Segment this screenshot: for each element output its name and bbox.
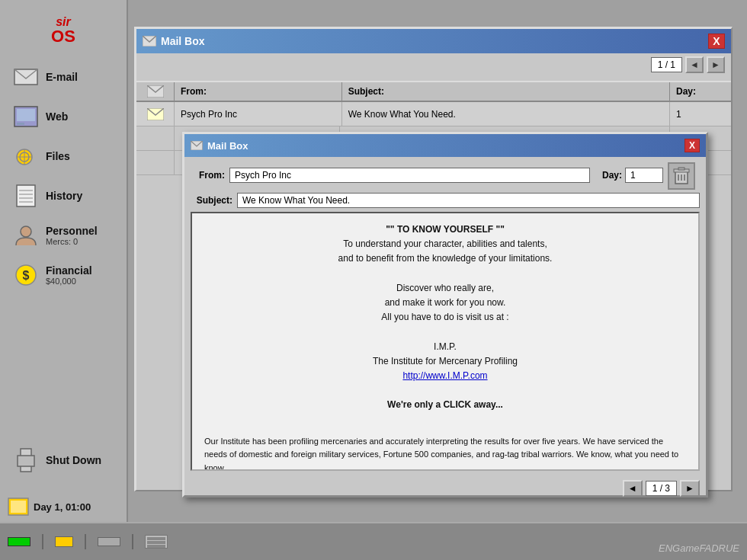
sidebar-item-label: Files	[46, 150, 70, 162]
sidebar-item-label: E-mail	[46, 71, 78, 83]
from-label: From:	[191, 170, 225, 181]
sidebar-item-shutdown[interactable]: Shut Down	[6, 442, 120, 478]
personnel-sublabel: Mercs: 0	[46, 237, 98, 246]
email-footer: ◄ 1 / 3 ►	[184, 477, 706, 500]
svg-point-13	[21, 226, 31, 237]
email-page-display: 1 / 3	[646, 481, 677, 496]
financial-label: Financial	[46, 264, 92, 277]
svg-text:$: $	[23, 269, 30, 282]
financial-stack: Financial $40,000	[46, 264, 92, 286]
web-icon	[12, 104, 40, 129]
outer-mailbox-window: Mail Box X 1 / 1 ◄ ► From: Subjec	[134, 27, 733, 491]
shutdown-label: Shut Down	[46, 454, 101, 466]
mail-table-header: From: Subject: Day:	[136, 81, 731, 102]
day-display-text: Day 1, 01:00	[34, 501, 91, 513]
svg-rect-2	[17, 109, 35, 121]
financial-sublabel: $40,000	[46, 277, 92, 286]
from-value: Psych Pro Inc	[229, 168, 590, 183]
subject-value: We Know What You Need.	[237, 193, 700, 208]
sidebar-item-label: Web	[46, 110, 68, 123]
email-subject-row: Subject: We Know What You Need.	[184, 191, 706, 212]
taskbar-gray-indicator	[98, 537, 120, 546]
mail-row-icon	[136, 102, 175, 126]
email-body: "" TO KNOW YOURSELF "" To understand you…	[191, 212, 700, 471]
taskbar-bottom: ENGameFADRUE	[0, 522, 747, 560]
inner-mailbox-title-text: Mail Box	[207, 140, 248, 152]
main-area: Mail Box X 1 / 1 ◄ ► From: Subjec	[128, 0, 747, 522]
taskbar-yellow-indicator	[55, 536, 73, 547]
financial-icon: $	[12, 263, 40, 287]
day-value: 1	[625, 168, 663, 183]
email-delete-button[interactable]	[668, 162, 695, 190]
outer-next-btn[interactable]: ►	[707, 56, 725, 73]
outer-pagination: 1 / 1 ◄ ►	[651, 56, 725, 73]
outer-mailbox-envelope-icon	[143, 36, 156, 46]
body-line9[interactable]: http://www.I.M.P.com	[204, 369, 686, 383]
sidebar-item-email[interactable]: E-mail	[6, 59, 120, 95]
sidebar-item-files[interactable]: Files	[6, 138, 120, 174]
inner-mailbox-title-group: Mail Box	[191, 140, 248, 152]
mail-row-from: Psych Pro Inc	[175, 102, 342, 126]
files-icon	[12, 144, 40, 168]
outer-page-display: 1 / 1	[651, 57, 682, 72]
inner-mailbox-close-button[interactable]: X	[684, 139, 700, 152]
col-subject-header: Subject:	[342, 82, 670, 101]
email-next-btn[interactable]: ►	[680, 480, 700, 497]
email-icon	[12, 65, 40, 89]
body-line4: Discover who really are,	[204, 281, 686, 296]
body-line10: We're only a CLICK away...	[204, 398, 686, 412]
body-line7: I.M.P.	[204, 340, 686, 354]
svg-rect-17	[18, 456, 34, 466]
email-prev-btn[interactable]: ◄	[623, 480, 643, 497]
body-line6: All you have to do is visit us at :	[204, 310, 686, 325]
body-paragraph: Our Institute has been profiling mercena…	[204, 435, 686, 471]
sidebar: sir OS E-mail Web	[0, 0, 128, 522]
outer-mailbox-close-button[interactable]: X	[708, 34, 725, 49]
taskbar-watermark: ENGameFADRUE	[659, 542, 739, 554]
outer-mailbox-title-text: Mail Box	[161, 35, 205, 47]
sidebar-item-label: History	[46, 190, 82, 202]
sidebar-item-web[interactable]: Web	[6, 98, 120, 135]
inner-mailbox-window: Mail Box X From: Psych Pro Inc Day: 1	[182, 132, 708, 498]
svg-rect-3	[17, 123, 24, 125]
sir-os-logo: sir OS	[33, 8, 94, 53]
inner-mailbox-envelope-icon	[191, 141, 203, 150]
taskbar-divider2	[85, 534, 86, 549]
taskbar-divider3	[132, 534, 133, 549]
sidebar-item-personnel[interactable]: Personnel Mercs: 0	[6, 217, 120, 254]
outer-mailbox-titlebar: Mail Box X	[136, 29, 731, 53]
sidebar-item-history[interactable]: History	[6, 178, 120, 214]
personnel-icon	[12, 223, 40, 248]
taskbar-green-indicator	[8, 537, 30, 546]
body-line1: "" TO KNOW YOURSELF ""	[204, 222, 686, 237]
svg-rect-29	[678, 168, 684, 170]
body-line5: and make it work for you now.	[204, 296, 686, 310]
mail-row-subject: We Know What You Need.	[342, 102, 670, 126]
from-field-group: From: Psych Pro Inc	[191, 168, 590, 183]
os-text: OS	[51, 28, 75, 45]
mail-row[interactable]: Psych Pro Inc We Know What You Need. 1	[136, 102, 731, 126]
taskbar-divider	[42, 534, 43, 549]
outer-prev-btn[interactable]: ◄	[685, 56, 704, 73]
inner-mailbox-titlebar: Mail Box X	[184, 134, 706, 157]
outer-mailbox-title-group: Mail Box	[143, 35, 205, 47]
col-day-header: Day:	[670, 82, 731, 101]
history-icon	[12, 184, 40, 208]
day-display: Day 1, 01:00	[8, 498, 91, 516]
taskbar-list-icon	[145, 535, 168, 549]
svg-rect-19	[11, 501, 26, 513]
shutdown-icon	[12, 448, 40, 472]
sidebar-item-financial[interactable]: $ Financial $40,000	[6, 257, 120, 293]
day-field-group: Day: 1	[602, 168, 663, 183]
body-line3: and to benefit from the knowledge of you…	[204, 251, 686, 266]
email-body-centered: "" TO KNOW YOURSELF "" To understand you…	[204, 222, 686, 412]
email-from-row: From: Psych Pro Inc Day: 1	[184, 157, 706, 191]
subject-label: Subject:	[191, 195, 232, 206]
svg-rect-8	[17, 185, 35, 206]
desktop: sir OS E-mail Web	[0, 0, 747, 560]
day-label: Day:	[602, 170, 622, 181]
personnel-stack: Personnel Mercs: 0	[46, 225, 98, 246]
mail-row-day: 1	[670, 102, 731, 126]
body-line2: To understand your character, abilities …	[204, 237, 686, 251]
col-icon-header	[136, 82, 175, 101]
